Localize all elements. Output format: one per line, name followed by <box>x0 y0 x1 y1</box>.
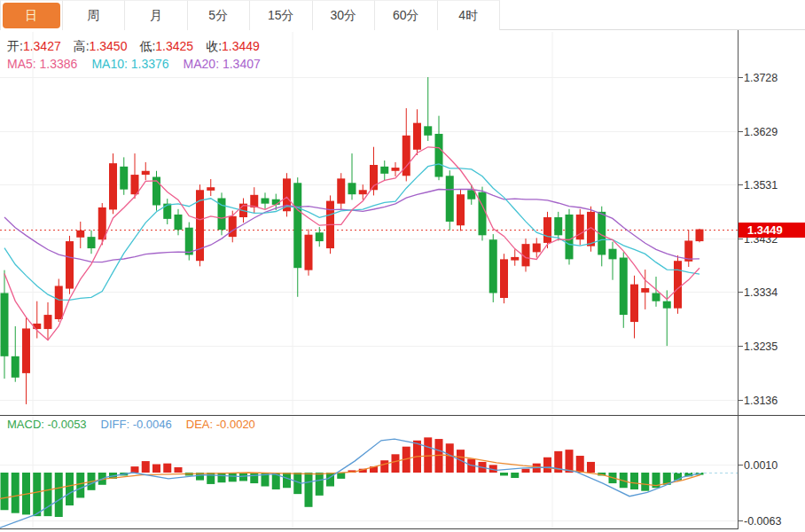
macd-bar <box>500 473 508 475</box>
candle-body <box>66 241 74 288</box>
candle-body <box>207 187 215 191</box>
y-axis-label: 1.3629 <box>744 126 778 138</box>
candle-body <box>120 167 128 190</box>
candle-body <box>609 249 617 260</box>
macd-bar <box>207 473 215 484</box>
macd-bar <box>543 458 551 473</box>
candle-body <box>142 171 150 175</box>
candle-body <box>489 239 497 293</box>
macd-bar <box>76 473 84 497</box>
macd-bar <box>1 473 9 510</box>
candlestick-chart-app: 日周月5分15分30分60分4时 开:1.3427高:1.3450低:1.342… <box>0 0 805 532</box>
candle-body <box>674 261 682 308</box>
macd-bar <box>641 473 649 491</box>
macd-bar <box>316 473 324 496</box>
candle-body <box>630 285 638 322</box>
macd-bar <box>305 473 313 507</box>
candle-body <box>348 183 356 194</box>
macd-bar <box>522 469 530 473</box>
macd-bar <box>152 465 160 473</box>
candle-body <box>543 217 551 243</box>
candle-body <box>44 315 52 329</box>
candle-body <box>620 258 628 316</box>
candle-body <box>511 257 519 261</box>
candle-body <box>131 175 139 194</box>
candle-body <box>76 231 84 238</box>
candle-body <box>424 126 432 135</box>
candle-body <box>12 356 20 378</box>
macd-axis-label: -0.0063 <box>744 515 781 528</box>
ma20-line <box>4 189 699 262</box>
macd-bar <box>33 473 41 516</box>
last-price-badge-text: 1.3449 <box>747 223 783 237</box>
candle-body <box>337 178 345 203</box>
candle-body <box>663 301 671 309</box>
macd-bar <box>576 456 584 473</box>
candle-body <box>272 200 280 205</box>
candle-body <box>88 237 96 248</box>
macd-bar <box>392 454 400 473</box>
macd-bar <box>283 473 291 488</box>
candle-body <box>185 228 193 255</box>
macd-bar <box>229 473 237 481</box>
macd-bar <box>55 473 63 517</box>
candle-body <box>392 168 400 171</box>
candle-body <box>566 215 574 259</box>
macd-bar <box>131 466 139 473</box>
candle-body <box>316 232 324 241</box>
candle-body <box>109 163 117 209</box>
candle-body <box>533 244 541 253</box>
macd-bar <box>44 473 52 516</box>
candle-body <box>446 176 454 222</box>
y-axis-label: 1.3235 <box>744 340 778 353</box>
price-chart-canvas[interactable]: 1.37281.36291.35311.34321.33341.32351.31… <box>0 0 805 532</box>
candle-body <box>163 204 171 219</box>
macd-bar <box>457 450 465 473</box>
candle-body <box>554 217 562 235</box>
candle-body <box>380 167 388 174</box>
y-axis-label: 1.3728 <box>744 72 778 84</box>
macd-bar <box>566 450 574 473</box>
macd-bar <box>424 437 432 473</box>
candle-body <box>641 288 649 293</box>
macd-bar <box>337 473 345 479</box>
macd-axis-label: 0.0010 <box>744 459 778 472</box>
macd-bar <box>511 473 519 478</box>
candle-body <box>98 207 106 239</box>
macd-bar <box>12 473 20 513</box>
candle-body <box>293 183 301 268</box>
candle-body <box>457 194 465 225</box>
candle-body <box>22 328 30 372</box>
macd-bar <box>380 460 388 473</box>
candle-body <box>435 134 443 177</box>
candle-body <box>479 192 487 236</box>
candle-body <box>55 286 63 319</box>
y-axis-label: 1.3334 <box>744 286 778 299</box>
candle-body <box>653 293 660 301</box>
macd-bar <box>446 443 454 473</box>
candle-body <box>262 199 270 204</box>
candle-body <box>413 123 421 150</box>
candle-body <box>305 235 313 270</box>
macd-bar <box>163 464 171 473</box>
macd-bar <box>250 473 258 483</box>
macd-bar <box>587 462 595 473</box>
macd-bar <box>66 473 74 505</box>
macd-bar <box>175 467 183 473</box>
candle-body <box>696 230 704 242</box>
candle-body <box>175 215 183 230</box>
candle-body <box>500 259 508 298</box>
candle-body <box>229 216 237 237</box>
y-axis-label: 1.3531 <box>744 179 778 192</box>
macd-bar <box>630 473 638 489</box>
candle-body <box>359 190 367 194</box>
macd-bar <box>142 461 150 473</box>
macd-bar <box>218 473 226 482</box>
candle-body <box>1 293 9 356</box>
macd-bar <box>326 473 334 487</box>
y-axis-label: 1.3136 <box>744 395 778 407</box>
